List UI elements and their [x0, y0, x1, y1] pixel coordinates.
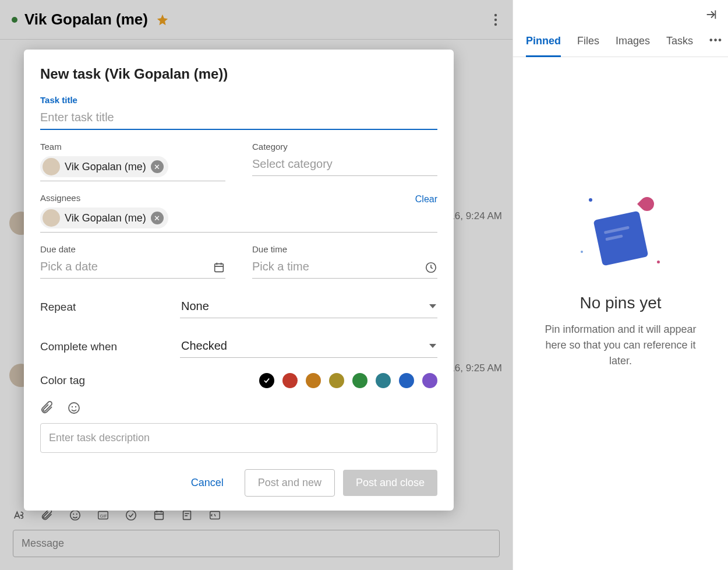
message-input[interactable]: Message [13, 530, 500, 557]
star-icon[interactable] [156, 13, 169, 26]
category-label: Category [252, 142, 437, 152]
right-panel: Pinned Files Images Tasks ••• No pins ye… [513, 0, 728, 570]
task-title-input[interactable] [40, 107, 437, 130]
more-options-icon[interactable] [490, 10, 501, 30]
message-timestamp: /16, 9:25 AM [447, 363, 502, 374]
svg-rect-9 [155, 512, 164, 520]
chat-title: Vik Gopalan (me) [24, 10, 148, 29]
color-swatch[interactable] [259, 373, 274, 388]
task-description-input[interactable] [40, 423, 437, 453]
task-icon[interactable] [125, 509, 137, 522]
team-chip: Vik Gopalan (me) ✕ [40, 156, 168, 177]
remove-chip-icon[interactable]: ✕ [151, 212, 164, 224]
due-date-input[interactable] [40, 256, 213, 278]
chip-label: Vik Gopalan (me) [65, 212, 146, 224]
message-timestamp: /16, 9:24 AM [447, 210, 502, 222]
presence-indicator [12, 17, 17, 23]
clock-icon[interactable] [425, 261, 437, 274]
modal-title: New task (Vik Gopalan (me)) [40, 66, 437, 82]
color-swatch[interactable] [282, 373, 298, 388]
due-time-label: Due time [252, 244, 437, 254]
calendar-icon[interactable] [153, 509, 165, 522]
empty-title: No pins yet [579, 294, 661, 312]
svg-point-16 [75, 406, 76, 407]
complete-when-label: Complete when [40, 340, 157, 353]
empty-illustration [577, 189, 665, 276]
svg-point-1 [494, 18, 497, 20]
note-icon[interactable] [181, 509, 193, 522]
calendar-icon[interactable] [213, 261, 225, 274]
color-swatch[interactable] [376, 373, 391, 388]
assignee-chip: Vik Gopalan (me) ✕ [40, 207, 168, 228]
clear-assignees-button[interactable]: Clear [415, 194, 437, 205]
svg-rect-10 [183, 511, 191, 520]
svg-point-15 [72, 406, 73, 407]
svg-point-3 [70, 511, 80, 520]
repeat-label: Repeat [40, 301, 157, 314]
task-title-label: Task title [40, 95, 437, 105]
tab-tasks[interactable]: Tasks [666, 35, 693, 57]
repeat-value: None [181, 300, 209, 313]
svg-point-0 [494, 13, 497, 16]
avatar [43, 158, 60, 175]
color-swatches [259, 373, 437, 388]
cancel-button[interactable]: Cancel [178, 470, 236, 496]
due-time-input[interactable] [252, 256, 425, 278]
empty-subtitle: Pin information and it will appear here … [534, 322, 707, 369]
panel-tabs: Pinned Files Images Tasks ••• [513, 21, 728, 57]
svg-point-14 [69, 403, 79, 413]
collapse-panel-icon[interactable] [705, 8, 718, 21]
tabs-more-icon[interactable]: ••• [709, 35, 723, 57]
post-and-new-button[interactable]: Post and new [245, 469, 335, 497]
team-field[interactable]: Vik Gopalan (me) ✕ [40, 154, 225, 181]
empty-state: No pins yet Pin information and it will … [513, 57, 728, 570]
chat-header: Vik Gopalan (me) [0, 0, 513, 40]
color-swatch[interactable] [329, 373, 344, 388]
complete-when-value: Checked [181, 339, 227, 353]
chevron-down-icon [429, 304, 436, 308]
remove-chip-icon[interactable]: ✕ [151, 160, 164, 173]
svg-point-5 [76, 513, 77, 515]
emoji-icon[interactable] [69, 509, 82, 522]
svg-point-4 [73, 513, 74, 515]
chevron-down-icon [429, 344, 436, 348]
color-swatch[interactable] [422, 373, 437, 388]
attachment-icon[interactable] [40, 401, 54, 415]
new-task-modal: New task (Vik Gopalan (me)) Task title T… [24, 50, 454, 511]
svg-point-8 [126, 511, 136, 520]
svg-text:GIF: GIF [100, 513, 108, 519]
color-tag-label: Color tag [40, 374, 157, 387]
color-swatch[interactable] [352, 373, 367, 388]
code-icon[interactable] [208, 509, 221, 522]
gif-icon[interactable]: GIF [97, 509, 109, 522]
complete-when-select[interactable]: Checked [180, 336, 437, 358]
svg-point-2 [494, 23, 497, 25]
format-icon[interactable] [13, 509, 26, 522]
avatar [43, 209, 60, 227]
repeat-select[interactable]: None [180, 296, 437, 318]
chip-label: Vik Gopalan (me) [65, 161, 146, 173]
attachment-icon[interactable] [41, 509, 54, 522]
svg-rect-12 [215, 263, 224, 272]
assignees-field[interactable]: Vik Gopalan (me) ✕ [40, 205, 437, 233]
emoji-icon[interactable] [67, 401, 81, 415]
tab-files[interactable]: Files [577, 35, 599, 57]
post-and-close-button[interactable]: Post and close [343, 470, 437, 496]
category-input[interactable] [252, 154, 437, 176]
tab-pinned[interactable]: Pinned [526, 35, 561, 57]
team-label: Team [40, 142, 225, 152]
color-swatch[interactable] [399, 373, 414, 388]
color-swatch[interactable] [306, 373, 321, 388]
due-date-label: Due date [40, 244, 225, 254]
assignees-label: Assignees [40, 193, 80, 203]
tab-images[interactable]: Images [616, 35, 650, 57]
